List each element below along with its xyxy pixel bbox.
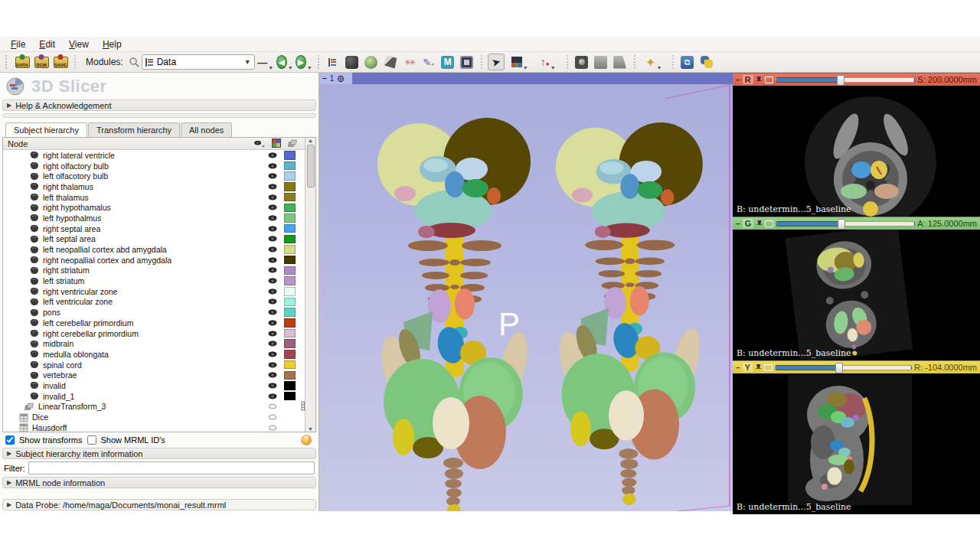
slider-handle[interactable] [837,75,844,86]
module-back-button[interactable]: ◀▼ [276,54,293,70]
eye-open-icon[interactable] [261,370,284,380]
pin-icon[interactable] [755,364,762,371]
slider-handle[interactable] [835,363,843,373]
color-swatch[interactable] [284,214,296,223]
tree-row-hausdorff[interactable]: Hausdorff [3,422,315,432]
color-swatch[interactable] [284,350,296,359]
red-slice-canvas[interactable]: B: undetermin...5_baseline [733,86,980,217]
tree-row-left-septal-area[interactable]: left septal area [3,234,315,245]
scroll-down-icon[interactable]: ▼ [308,426,313,432]
eye-closed-icon[interactable] [261,402,284,411]
eye-open-icon[interactable] [261,245,284,254]
eye-open-icon[interactable] [261,276,284,285]
color-swatch[interactable] [284,235,296,244]
pin-icon[interactable] [756,77,763,83]
tree-row-left-striatum[interactable]: left striatum [3,276,315,286]
color-swatch[interactable] [284,193,296,202]
tree-row-left-thalamus[interactable]: left thalamus [3,192,315,203]
view-layout-icon[interactable] [764,364,773,371]
show-transforms-label[interactable]: Show transforms [19,435,83,445]
show-mrml-ids-checkbox[interactable] [87,435,96,445]
red-slice-offset-slider[interactable] [776,77,916,83]
tree-row-right-neopallial-cortex-and-amygdala[interactable]: right neopallial cortex and amygdala [3,255,315,266]
color-swatch[interactable] [284,371,296,380]
yellow-slice-offset-slider[interactable] [775,365,912,370]
tree-row-right-striatum[interactable]: right striatum [3,266,315,276]
eye-open-icon[interactable] [261,360,284,370]
menu-file[interactable]: File [5,37,31,51]
eye-open-icon[interactable] [261,234,284,243]
extensions-manager-button[interactable]: ⧉ [679,54,696,70]
favorite-volume-rendering-module-button[interactable] [382,54,399,70]
slider-handle[interactable] [838,219,845,230]
tree-row-left-hypothalmus[interactable]: left hypothalmus [3,213,315,223]
favorite-annotations-module-button[interactable]: ✎● [420,54,437,70]
eye-open-icon[interactable] [261,193,284,202]
item-information-section[interactable]: ▶ Subject hierarchy item information [2,448,316,459]
tree-row-right-lateral-ventricle[interactable]: right lateral ventricle [3,150,315,161]
help-icon[interactable]: ? [301,435,312,445]
scene-view-restore-button[interactable] [612,54,629,70]
color-swatch[interactable] [284,287,296,296]
load-data-button[interactable]: DATA [14,54,31,70]
yellow-slice-canvas[interactable]: B: undetermin...5_baseline [733,373,980,514]
tab-subject-hierarchy[interactable]: Subject hierarchy [5,122,87,137]
view-layout-icon[interactable] [765,220,773,227]
eye-open-icon[interactable] [261,182,284,191]
tree-row-right-thalamus[interactable]: right thalamus [3,181,315,192]
filter-input[interactable] [28,461,315,474]
color-swatch[interactable] [284,308,296,317]
eye-open-icon[interactable] [261,266,284,275]
show-mrml-ids-label[interactable]: Show MRML ID's [101,435,165,445]
tree-row-left-neopallial-cortex-abd-amygdala[interactable]: left neopallial cortex abd amygdala [3,244,315,255]
color-swatch[interactable] [284,161,296,171]
python-console-button[interactable] [698,54,715,70]
eye-open-icon[interactable] [261,203,284,212]
help-acknowledgement-section[interactable]: ▶ Help & Acknowledgement [2,99,316,111]
mouse-interaction-button[interactable]: ➤ [488,54,505,70]
window-level-button[interactable]: ▼ [507,54,533,70]
module-history-button[interactable]: —▼ [257,54,274,70]
screenshot-button[interactable] [573,54,590,70]
tab-all-nodes[interactable]: All nodes [181,122,232,137]
eye-open-icon[interactable] [261,329,284,338]
eye-open-icon[interactable] [261,381,284,390]
favorite-markups-module-button[interactable]: ✳✳ [401,54,418,70]
data-probe-section[interactable]: ▶ Data Probe: /home/maga/Documents/monai… [2,499,316,510]
tree-row-left-ventricular-zone[interactable]: left ventricular zone [3,297,315,308]
visibility-column-header-icon[interactable] [253,139,266,148]
color-swatch[interactable] [284,171,296,181]
tree-row-right-hypothamalus[interactable]: right hypothamalus [3,202,315,213]
collapse-view-controls-icon[interactable]: − [736,76,740,84]
favorite-monai-module-button[interactable]: M [439,54,456,70]
green-slice-canvas[interactable]: B: undetermin...5_baseline [733,230,980,360]
eye-open-icon[interactable] [261,339,284,348]
favorite-models-module-button[interactable] [363,54,380,70]
tab-transform-hierarchy[interactable]: Transform hierarchy [88,122,180,137]
tree-row-lineartransform-3[interactable]: LinearTransform_3 [3,402,315,412]
eye-open-icon[interactable] [261,161,284,171]
collapse-view-controls-icon[interactable]: − [736,220,740,228]
color-swatch[interactable] [284,392,296,401]
color-swatch[interactable] [284,245,296,254]
color-swatch[interactable] [284,224,296,233]
module-forward-button[interactable]: ▶▼ [296,54,312,70]
color-swatch[interactable] [284,381,296,390]
module-selector[interactable]: Data ▼ [142,54,255,70]
color-swatch[interactable] [284,318,296,328]
eye-open-icon[interactable] [261,171,284,181]
tree-row-right-cerebellar-primordium[interactable]: right cerebellar primordium [3,328,315,339]
tree-row-invalid-1[interactable]: invalid_1 [3,391,315,402]
eye-open-icon[interactable] [261,151,284,160]
color-swatch[interactable] [284,266,296,276]
color-swatch[interactable] [284,151,296,160]
tree-row-right-ventricular-zone[interactable]: right ventricular zone [3,286,315,297]
menu-help[interactable]: Help [96,37,128,51]
eye-open-icon[interactable] [261,350,284,359]
mrml-node-information-section[interactable]: ▶ MRML node information [2,477,316,488]
collapse-view-controls-icon[interactable]: − [736,364,740,372]
tree-row-vertebrae[interactable]: vertebrae [3,370,315,380]
green-slice-offset-slider[interactable] [776,221,915,227]
load-dicom-button[interactable]: DCM [33,54,50,70]
transform-column-header-icon[interactable] [288,139,299,148]
